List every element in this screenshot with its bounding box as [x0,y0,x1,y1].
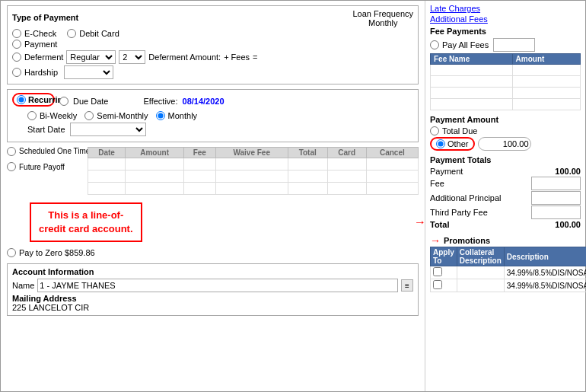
futurepayoff-label: Future Payoff [19,163,65,171]
schedule-section: Scheduled One Time Future Payments Futur… [7,147,419,195]
recurring-circle: Recurring [12,93,55,107]
mailing-address-label: Mailing Address [12,294,413,303]
loan-frequency-box: Loan Frequency Monthly [353,9,414,27]
pay-to-zero-radio[interactable] [7,248,16,257]
promotions-arrow-icon: → [430,234,441,247]
promo-desc-1: 34.99%/8.5%DIS/NOSAC [504,266,586,279]
pay-to-zero-row: Pay to Zero $859.86 [7,248,419,257]
pay-all-fees-radio[interactable] [430,40,439,49]
additional-fees-link[interactable]: Additional Fees [430,14,488,24]
hardship-label: Hardship [24,68,58,77]
table-row [88,183,419,195]
fee-totals-row: Fee [430,177,581,190]
right-panel: Late Charges Additional Fees Fee Payment… [425,1,585,391]
fee-table-row [431,99,581,110]
total-due-radio[interactable] [430,126,439,135]
promo-row: 34.99%/8.5%DIS/NOSAC [431,279,587,292]
recurring-label-box: Recurring [12,93,55,107]
fee-table-row [431,65,581,76]
promo-apply-checkbox-2[interactable] [433,280,442,289]
hardship-row: Hardship [12,65,258,79]
other-row: Other [430,137,581,151]
debitcard-label: Debit Card [79,29,119,38]
payment-amount-title: Payment Amount [430,115,581,124]
type-of-payment-title: Type of Payment [12,13,78,22]
deferment-count-select[interactable]: 2 [119,50,145,64]
table-row [88,158,419,171]
promo-desc-2: 34.99%/8.5%DIS/NOSAC [504,279,586,292]
name-list-icon[interactable]: ≡ [401,279,413,292]
promo-apply-checkbox-1[interactable] [433,267,442,276]
additional-principal-label: Additional Principal [430,193,502,202]
biweekly-label: Bi-Weekly [40,111,77,120]
recurring-section: Recurring Due Date Effective: 08/14/2020… [7,89,419,142]
table-row [88,171,419,183]
pay-all-fees-input[interactable] [493,38,535,52]
col-fee: Fee [184,148,216,158]
echeck-label: E-Check [24,29,56,38]
promotions-section: → Promotions Apply To Collateral Descrip… [430,234,581,292]
total-row: Total 100.00 [430,220,581,229]
loan-freq-label: Loan Frequency [353,9,414,18]
total-due-label: Total Due [442,126,477,135]
effective-date: 08/14/2020 [183,97,225,106]
annotation-box: This is a line-of-credit card account. → [30,202,419,242]
additional-principal-input[interactable] [531,191,581,205]
recurring-radio[interactable] [17,95,26,104]
third-party-fee-input[interactable] [531,206,581,219]
deferment-label: Deferment [24,53,63,62]
deferment-radio[interactable] [12,53,21,62]
semimonthly-radio[interactable] [84,111,94,120]
col-waive-fee: Waive Fee [215,148,288,158]
other-radio[interactable] [436,139,445,148]
col-card: Card [327,148,366,158]
total-value: 100.00 [555,220,581,229]
other-label: Other [447,139,469,148]
hardship-radio[interactable] [12,68,21,77]
payment-totals-section: Payment Totals Payment 100.00 Fee Additi… [430,155,581,230]
payment-label: Payment [430,167,463,176]
deferment-type-select[interactable]: Regular [66,50,116,64]
promo-row: 34.99%/8.5%DIS/NOSAC [431,266,587,279]
arrow-right-icon: → [414,215,426,229]
col-amount: Amount [126,148,184,158]
payment-value: 100.00 [555,167,581,176]
deferment-row: Deferment Regular 2 Deferment Amount: + … [12,50,258,64]
late-charges-link[interactable]: Late Charges [430,4,480,13]
additional-fees-label: Additional Fees [430,14,581,24]
futurepayoff-radio[interactable] [7,162,16,171]
due-date-label: Due Date [73,97,108,106]
account-info-section: Account Information Name ≡ Mailing Addre… [7,263,419,316]
name-field-label: Name [12,281,34,290]
hardship-type-select[interactable] [64,65,113,79]
fee-table: Fee Name Amount [430,53,581,110]
promotions-table: Apply To Collateral Description Descript… [430,247,586,292]
fee-totals-input[interactable] [531,177,581,190]
biweekly-radio[interactable] [27,111,37,120]
due-date-radio[interactable] [59,97,68,106]
schedule-table: Date Amount Fee Waive Fee Total Card Can… [88,147,419,195]
fee-amount-col: Amount [512,54,580,65]
equals-label: = [253,53,257,62]
account-name-row: Name ≡ [12,279,413,292]
payment-label: Payment [24,40,57,49]
name-field[interactable] [37,279,398,292]
address-line1: 225 LANCELOT CIR [12,303,413,312]
annotation-text: This is a line-of-credit card account. [30,202,142,242]
echeck-radio[interactable] [12,29,21,38]
late-charges-label: Late Charges [430,4,581,13]
total-label: Total [430,220,449,229]
monthly-radio[interactable] [156,111,165,120]
other-amount-input[interactable] [478,137,531,151]
payment-amount-section: Payment Amount Total Due Other [430,115,581,151]
monthly-label: Monthly [168,111,198,120]
pay-all-fees-label: Pay All Fees [442,40,489,49]
debitcard-radio[interactable] [67,29,76,38]
fee-name-col: Fee Name [431,54,513,65]
start-date-select[interactable] [70,123,146,136]
third-party-fee-label: Third Party Fee [430,208,488,217]
onetime-radio[interactable] [7,147,16,156]
payment-radio[interactable] [12,40,21,49]
deferment-amount-label: Deferment Amount: [148,53,221,62]
other-circle: Other [430,137,475,151]
